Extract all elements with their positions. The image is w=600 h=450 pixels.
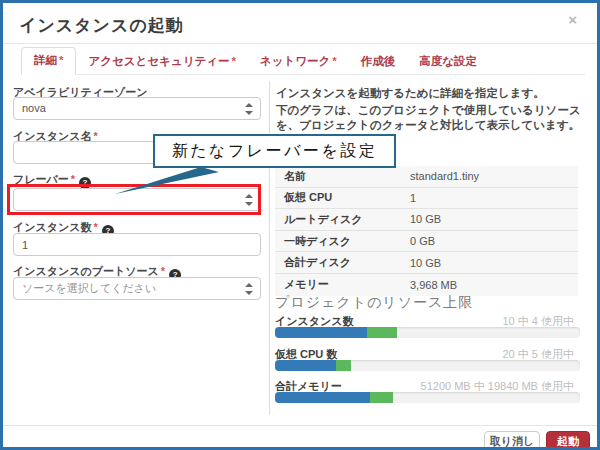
launch-button[interactable]: 起動	[546, 431, 590, 450]
row-value: 1	[410, 192, 416, 204]
select-value: ソースを選択してください	[22, 282, 156, 294]
instance-count-input[interactable]	[13, 233, 261, 256]
tab-access-security[interactable]: アクセスとセキュリティー*	[76, 49, 247, 75]
bar-added-segment	[370, 392, 394, 403]
cancel-button[interactable]: 取り消し	[484, 431, 540, 450]
row-value: 10 GB	[410, 257, 441, 269]
bar-used-segment	[275, 360, 336, 371]
close-icon[interactable]: ×	[568, 11, 577, 28]
help-text-1: インスタンスを起動するために詳細を指定します。	[276, 86, 581, 101]
select-caret-icon	[244, 282, 253, 296]
row-label: 一時ディスク	[284, 234, 410, 249]
row-label: 名前	[284, 169, 410, 184]
quota-section-title: プロジェクトのリソース上限	[275, 294, 473, 312]
table-row: 名前standard1.tiny	[275, 166, 578, 188]
bar-added-segment	[367, 327, 398, 338]
bar-used-segment	[275, 392, 370, 403]
callout-annotation: 新たなフレーバーを設定	[153, 134, 396, 168]
required-star: *	[94, 221, 98, 233]
tab-label: 作成後	[361, 55, 396, 67]
help-text-2: 下のグラフは、このプロジェクトで使用しているリソースを、プロジェクトのクォータと…	[276, 103, 581, 133]
row-label: 合計ディスク	[284, 255, 410, 270]
tab-details[interactable]: 詳細*	[21, 47, 76, 75]
tab-post-creation[interactable]: 作成後	[349, 49, 408, 75]
required-star: *	[231, 55, 235, 67]
tab-network[interactable]: ネットワーク*	[248, 49, 349, 75]
screenshot-frame: インスタンスの起動 × 詳細* アクセスとセキュリティー* ネットワーク* 作成…	[0, 0, 600, 450]
tab-label: 高度な設定	[419, 55, 477, 67]
quota-instances-bar	[275, 327, 580, 338]
tab-bar: 詳細* アクセスとセキュリティー* ネットワーク* 作成後 高度な設定	[21, 52, 585, 75]
required-star: *	[161, 265, 165, 277]
footer-divider	[3, 425, 597, 426]
table-row: メモリー3,968 MB	[275, 274, 578, 296]
row-value: 3,968 MB	[410, 279, 457, 291]
row-label: ルートディスク	[284, 212, 410, 227]
row-value: 10 GB	[410, 213, 441, 225]
table-row: 一時ディスク0 GB	[275, 231, 578, 253]
required-star: *	[59, 54, 63, 66]
row-label: 仮想 CPU	[284, 190, 410, 205]
table-row: 合計ディスク10 GB	[275, 252, 578, 274]
table-row: 仮想 CPU1	[275, 188, 578, 210]
flavor-highlight-box	[7, 184, 261, 215]
dialog-title: インスタンスの起動	[19, 14, 184, 37]
header-divider	[3, 43, 597, 44]
tab-label: ネットワーク	[260, 55, 330, 67]
quota-vcpu-bar	[275, 360, 580, 371]
availability-zone-select[interactable]: nova	[13, 97, 261, 120]
bar-added-segment	[336, 360, 351, 371]
bar-used-segment	[275, 327, 367, 338]
flavor-details-table: 名前standard1.tiny 仮想 CPU1 ルートディスク10 GB 一時…	[275, 166, 578, 296]
column-divider	[269, 81, 270, 415]
table-row: ルートディスク10 GB	[275, 209, 578, 231]
required-star: *	[332, 55, 336, 67]
tab-label: アクセスとセキュリティー	[88, 55, 229, 67]
tab-label: 詳細	[34, 54, 57, 66]
quota-memory-bar	[275, 392, 580, 403]
tab-advanced-options[interactable]: 高度な設定	[407, 49, 489, 75]
boot-source-select[interactable]: ソースを選択してください	[13, 277, 261, 300]
select-value: nova	[22, 102, 46, 114]
row-label: メモリー	[284, 277, 410, 292]
row-value: standard1.tiny	[410, 170, 479, 182]
row-value: 0 GB	[410, 235, 435, 247]
select-caret-icon	[244, 102, 253, 116]
